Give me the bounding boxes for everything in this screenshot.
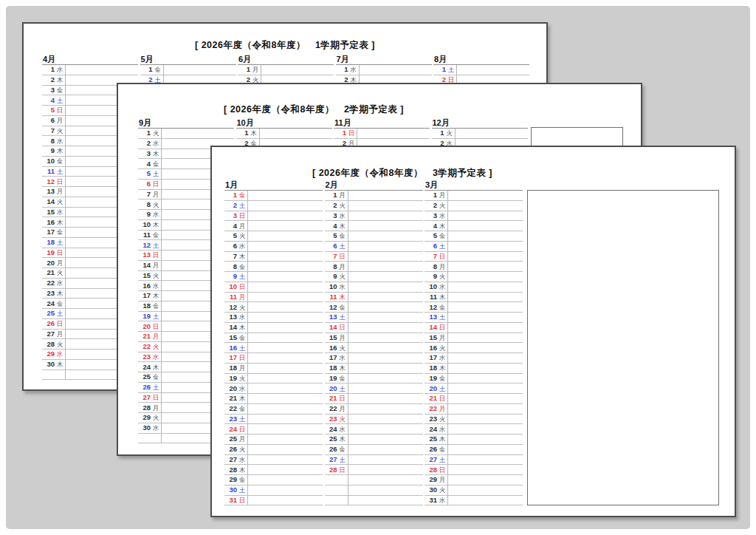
day-content-cell[interactable] bbox=[248, 191, 323, 200]
day-content-cell[interactable] bbox=[248, 485, 323, 495]
day-content-cell[interactable] bbox=[348, 465, 423, 474]
day-content-cell[interactable] bbox=[260, 129, 332, 138]
day-content-cell[interactable] bbox=[348, 364, 423, 373]
day-content-cell[interactable] bbox=[448, 282, 523, 292]
day-content-cell[interactable] bbox=[448, 293, 523, 302]
day-content-cell[interactable] bbox=[448, 424, 523, 434]
day-content-cell[interactable] bbox=[448, 302, 523, 312]
day-content-cell[interactable] bbox=[348, 404, 423, 414]
day-content-cell[interactable] bbox=[448, 201, 523, 211]
day-content-cell[interactable] bbox=[348, 211, 423, 221]
day-content-cell[interactable] bbox=[348, 302, 423, 312]
day-content-cell[interactable] bbox=[357, 129, 430, 138]
day-content-cell[interactable] bbox=[348, 272, 423, 282]
day-content-cell[interactable] bbox=[248, 394, 323, 403]
day-content-cell[interactable] bbox=[162, 129, 234, 138]
day-content-cell[interactable] bbox=[248, 424, 323, 434]
day-content-cell[interactable] bbox=[448, 242, 523, 251]
day-content-cell[interactable] bbox=[248, 302, 323, 312]
day-content-cell[interactable] bbox=[348, 293, 423, 302]
day-content-cell[interactable] bbox=[448, 313, 523, 322]
day-content-cell[interactable] bbox=[248, 465, 323, 474]
day-content-cell[interactable] bbox=[248, 293, 323, 302]
day-content-cell[interactable] bbox=[448, 353, 523, 363]
day-content-cell[interactable] bbox=[448, 211, 523, 221]
day-content-cell[interactable] bbox=[448, 475, 523, 485]
day-content-cell[interactable] bbox=[348, 343, 423, 352]
day-content-cell[interactable] bbox=[248, 201, 323, 211]
day-content-cell[interactable] bbox=[448, 455, 523, 465]
day-content-cell[interactable] bbox=[448, 435, 523, 444]
day-content-cell[interactable] bbox=[248, 455, 323, 465]
day-content-cell[interactable] bbox=[448, 191, 523, 200]
day-content-cell[interactable] bbox=[248, 231, 323, 241]
day-content-cell[interactable] bbox=[248, 445, 323, 454]
day-content-cell[interactable] bbox=[66, 65, 138, 75]
day-content-cell[interactable] bbox=[248, 272, 323, 282]
day-content-cell[interactable] bbox=[164, 65, 236, 75]
day-content-cell[interactable] bbox=[248, 313, 323, 322]
day-content-cell[interactable] bbox=[261, 65, 334, 75]
day-content-cell[interactable] bbox=[248, 404, 323, 414]
day-content-cell[interactable] bbox=[448, 496, 523, 505]
day-content-cell[interactable] bbox=[448, 221, 523, 231]
day-content-cell[interactable] bbox=[448, 323, 523, 333]
day-content-cell[interactable] bbox=[448, 272, 523, 282]
day-content-cell[interactable] bbox=[348, 333, 423, 343]
day-content-cell[interactable] bbox=[348, 424, 423, 434]
day-content-cell[interactable] bbox=[248, 353, 323, 363]
day-content-cell[interactable] bbox=[448, 465, 523, 474]
day-content-cell[interactable] bbox=[248, 323, 323, 333]
day-content-cell[interactable] bbox=[348, 323, 423, 333]
day-content-cell[interactable] bbox=[248, 384, 323, 393]
day-content-cell[interactable] bbox=[348, 496, 423, 505]
day-content-cell[interactable] bbox=[360, 65, 432, 75]
day-content-cell[interactable] bbox=[248, 496, 323, 505]
day-content-cell[interactable] bbox=[248, 282, 323, 292]
day-content-cell[interactable] bbox=[348, 191, 423, 200]
day-content-cell[interactable] bbox=[448, 394, 523, 403]
day-content-cell[interactable] bbox=[448, 252, 523, 262]
day-content-cell[interactable] bbox=[348, 485, 423, 495]
day-content-cell[interactable] bbox=[448, 343, 523, 352]
day-content-cell[interactable] bbox=[248, 343, 323, 352]
day-content-cell[interactable] bbox=[348, 353, 423, 363]
day-content-cell[interactable] bbox=[448, 445, 523, 454]
day-content-cell[interactable] bbox=[248, 211, 323, 221]
day-content-cell[interactable] bbox=[348, 455, 423, 465]
day-content-cell[interactable] bbox=[348, 201, 423, 211]
day-content-cell[interactable] bbox=[348, 384, 423, 393]
day-content-cell[interactable] bbox=[348, 435, 423, 444]
day-content-cell[interactable] bbox=[348, 252, 423, 262]
day-content-cell[interactable] bbox=[348, 475, 423, 485]
day-content-cell[interactable] bbox=[448, 231, 523, 241]
day-content-cell[interactable] bbox=[348, 242, 423, 251]
day-content-cell[interactable] bbox=[248, 221, 323, 231]
day-content-cell[interactable] bbox=[348, 262, 423, 271]
day-content-cell[interactable] bbox=[248, 333, 323, 343]
day-content-cell[interactable] bbox=[248, 242, 323, 251]
day-content-cell[interactable] bbox=[448, 404, 523, 414]
day-content-cell[interactable] bbox=[348, 445, 423, 454]
day-content-cell[interactable] bbox=[248, 262, 323, 271]
day-content-cell[interactable] bbox=[348, 221, 423, 231]
day-content-cell[interactable] bbox=[348, 374, 423, 384]
day-content-cell[interactable] bbox=[248, 475, 323, 485]
day-content-cell[interactable] bbox=[448, 485, 523, 495]
day-content-cell[interactable] bbox=[448, 415, 523, 424]
day-content-cell[interactable] bbox=[348, 415, 423, 424]
day-content-cell[interactable] bbox=[448, 384, 523, 393]
day-content-cell[interactable] bbox=[248, 374, 323, 384]
day-content-cell[interactable] bbox=[457, 65, 529, 75]
day-content-cell[interactable] bbox=[448, 374, 523, 384]
day-content-cell[interactable] bbox=[248, 252, 323, 262]
day-content-cell[interactable] bbox=[248, 364, 323, 373]
day-content-cell[interactable] bbox=[248, 435, 323, 444]
day-content-cell[interactable] bbox=[448, 262, 523, 271]
day-content-cell[interactable] bbox=[248, 415, 323, 424]
day-content-cell[interactable] bbox=[348, 282, 423, 292]
day-content-cell[interactable] bbox=[448, 333, 523, 343]
day-content-cell[interactable] bbox=[448, 364, 523, 373]
day-content-cell[interactable] bbox=[348, 394, 423, 403]
notes-box[interactable] bbox=[527, 190, 719, 505]
